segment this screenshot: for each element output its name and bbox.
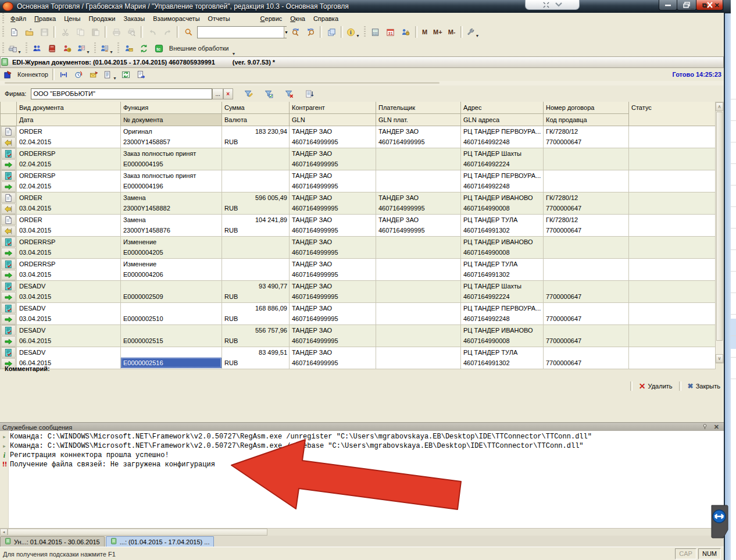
paste-icon[interactable] [88,24,102,40]
calculator-icon[interactable] [369,24,383,40]
info-icon[interactable]: i▼ [345,24,361,40]
menu-справка[interactable]: Справка [309,13,342,24]
external-processing-icon[interactable]: tc [152,41,166,56]
column-header[interactable]: Номер договораКод продавца [544,102,629,126]
table-row[interactable]: DESADV06.04.2015E000000251683 499,51RUBТ… [1,347,716,369]
memory-add-button[interactable]: M+ [430,28,445,35]
column-header[interactable]: КонтрагентGLN [290,102,376,126]
table-row[interactable]: ORDERRSP02.04.2015Заказ полностью принят… [1,170,716,192]
print-forms-icon[interactable]: ▼ [7,41,23,56]
undo-icon[interactable] [145,24,159,40]
scrollbar-thumb[interactable] [716,112,723,341]
column-header[interactable]: Статус [629,102,716,126]
column-header-line2[interactable]: Валюта [222,114,289,126]
column-header-line2[interactable]: Дата [17,114,120,126]
table-row[interactable]: DESADV03.04.2015E0000002510168 886,09RUB… [1,303,716,325]
child-close-icon[interactable]: ✕ [710,0,723,11]
quick-search-input[interactable] [198,27,284,38]
restore-layout-icon[interactable] [543,2,549,8]
menu-цены[interactable]: Цены [60,13,84,24]
filter-settings-icon[interactable] [242,86,256,101]
document-list-icon[interactable]: ▼ [102,67,118,82]
pin-icon[interactable] [703,424,707,431]
dropdown-arrow-icon[interactable]: ▼ [17,49,22,55]
menu-взаиморасчеты[interactable]: Взаиморасчеты [149,13,203,24]
table-scrollbar[interactable]: ∧ ∨ [715,102,724,363]
exchange-icon[interactable] [119,67,133,82]
cut-icon[interactable] [58,24,72,40]
window-tab-2[interactable]: ...: (01.04.2015 - 17.04.2015) ... [106,536,215,547]
menu-окна[interactable]: Окна [286,13,309,24]
find-previous-icon[interactable] [303,24,317,40]
column-header-line2[interactable]: Код продавца [544,114,628,126]
panel-splitter[interactable] [0,81,724,85]
close-journal-button[interactable]: ✖ Закрыть [684,381,724,391]
copy-icon[interactable] [73,24,87,40]
menu-отчеты[interactable]: Отчеты [204,13,234,24]
scroll-left-icon[interactable]: ◂ [0,529,8,536]
table-row[interactable]: ORDERRSP02.04.2015Заказ полностью принят… [1,148,716,170]
redo-icon[interactable] [160,24,174,40]
column-header[interactable]: СуммаВалюта [222,102,290,126]
column-header[interactable]: ПлательщикGLN плат. [376,102,461,126]
scroll-down-icon[interactable]: ∨ [716,354,723,363]
open-icon[interactable] [22,24,36,40]
customer-mail-icon[interactable] [122,41,136,56]
user-permissions-icon[interactable] [399,24,413,40]
print-preview-icon[interactable] [124,24,138,40]
column-header[interactable]: Функция№ документа [121,102,222,126]
search-dropdown-icon[interactable]: ▼ [284,27,288,38]
column-header-line2[interactable]: GLN [290,114,376,126]
output-list-icon[interactable] [303,86,317,101]
refresh-schedule-icon[interactable] [72,67,86,82]
messages-close-icon[interactable]: ✕ [714,423,719,431]
customer-documents-icon[interactable]: ▼ [99,41,115,56]
menu-файл[interactable]: Файл [6,13,30,24]
column-header-line2[interactable]: № документа [121,114,221,126]
directory-icon[interactable] [45,41,59,56]
window-tab-1[interactable]: Ун...: 01.04.2015 - 30.06.2015 [0,536,105,547]
counterparties-icon[interactable] [30,41,44,56]
child-restore-icon[interactable]: ⧉ [698,0,711,11]
hscrollbar-thumb[interactable] [8,529,267,536]
dropdown-arrow-icon[interactable]: ▼ [231,51,235,56]
firm-clear-button[interactable]: × [223,88,233,99]
search-icon[interactable] [181,24,195,40]
table-row[interactable]: ORDER02.04.2015Оригинал23000Y1458857183 … [1,126,716,148]
delete-button[interactable]: ✕ Удалить [635,381,676,391]
column-header-line2[interactable]: GLN плат. [376,114,460,126]
export-document-icon[interactable] [134,67,148,82]
find-next-icon[interactable] [288,24,302,40]
dropdown-arrow-icon[interactable]: ▼ [86,49,90,55]
copy-window-icon[interactable] [324,24,338,40]
firm-choose-button[interactable]: ... [212,88,223,99]
connector-icon[interactable] [1,67,15,82]
table-row[interactable]: DESADV06.04.2015E0000002515556 757,96RUB… [1,325,716,347]
menu-сервис[interactable]: Сервис [256,13,287,24]
dropdown-arrow-icon[interactable]: ▼ [356,33,360,38]
save-icon[interactable] [37,24,51,40]
memory-subtract-button[interactable]: M- [445,28,459,35]
dropdown-arrow-icon[interactable]: ▼ [113,76,117,81]
dropdown-arrow-icon[interactable]: ▼ [109,49,113,55]
filter-by-value-icon[interactable] [262,86,276,101]
chevron-down-icon[interactable] [555,2,562,7]
clear-filter-icon[interactable] [283,86,296,101]
table-row[interactable]: ORDER03.04.2015Замена23000Y1458882596 00… [1,192,716,215]
service-settings-icon[interactable]: ▼ [465,24,481,40]
new-document-icon[interactable] [7,24,21,40]
teamviewer-panel-icon[interactable] [710,505,728,540]
table-row[interactable]: ORDER03.04.2015Замена23000Y1458876104 24… [1,215,716,237]
print-icon[interactable] [109,24,123,40]
menu-продажи[interactable]: Продажи [84,13,119,24]
scroll-up-icon[interactable]: ∧ [716,102,723,111]
firm-input[interactable] [31,88,212,99]
table-row[interactable]: ORDERRSP03.04.2015ИзменениеE0000004205ТА… [1,237,716,259]
customer-report-icon[interactable]: ▼ [76,41,91,56]
menu-заказы[interactable]: Заказы [119,13,149,24]
column-header[interactable]: Вид документаДата [17,102,121,126]
table-row[interactable]: DESADV03.04.2015E000000250993 490,77RUBТ… [1,281,716,303]
resize-columns-icon[interactable] [57,67,71,82]
data-search-icon[interactable] [137,41,151,56]
table-row[interactable]: ORDERRSP03.04.2015ИзменениеE0000004206ТА… [1,259,716,281]
